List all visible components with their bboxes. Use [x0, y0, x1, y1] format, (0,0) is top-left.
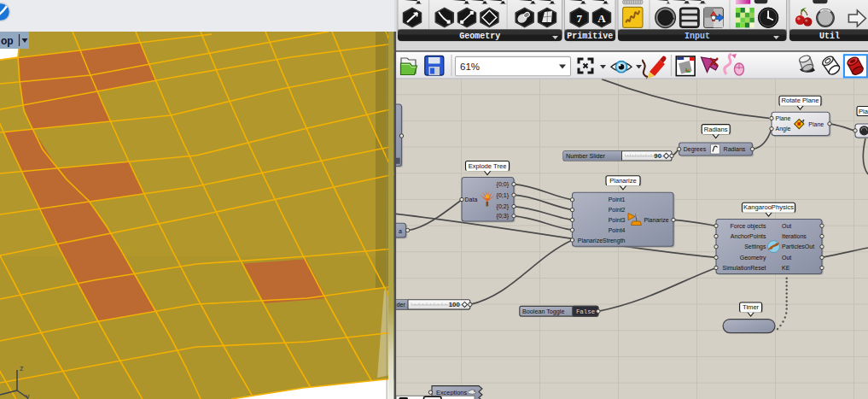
svg-text:op: op [1, 35, 14, 47]
svg-text:Exceptions: Exceptions [436, 389, 467, 396]
svg-text:90: 90 [654, 152, 661, 160]
svg-text:Angle: Angle [776, 126, 791, 132]
svg-text:a: a [399, 228, 402, 234]
svg-text:Planarize: Planarize [609, 177, 637, 185]
svg-text:Util: Util [819, 32, 840, 41]
svg-text:Settings: Settings [744, 244, 766, 250]
svg-text:Point1: Point1 [609, 197, 626, 202]
svg-text:Data: Data [465, 197, 478, 202]
svg-text:KE: KE [782, 265, 790, 271]
svg-text:Timer: Timer [743, 303, 760, 311]
svg-text:KangarooPhysics: KangarooPhysics [743, 203, 794, 211]
svg-text:Boolean Toggle: Boolean Toggle [522, 308, 564, 315]
svg-text:Planarize: Planarize [644, 217, 668, 223]
svg-text:{0;1}: {0;1} [497, 192, 510, 199]
svg-text:61%: 61% [460, 62, 480, 72]
svg-text:Primitive: Primitive [567, 32, 613, 41]
svg-text:Radians: Radians [704, 126, 728, 133]
svg-text:Out: Out [782, 223, 791, 229]
svg-text:Degrees: Degrees [684, 146, 707, 153]
svg-text:{0;3}: {0;3} [497, 213, 510, 220]
svg-text:False: False [576, 308, 595, 315]
svg-text:Rotate Plane: Rotate Plane [782, 97, 819, 104]
svg-text:Pla: Pla [859, 108, 868, 115]
svg-text:AnchorPoints: AnchorPoints [731, 233, 766, 239]
svg-text:y: y [26, 392, 30, 399]
svg-text:{0;0}: {0;0} [497, 181, 510, 188]
svg-text:A: A [597, 12, 606, 25]
svg-text:Point3: Point3 [609, 217, 626, 223]
svg-text:Point4: Point4 [609, 227, 626, 233]
svg-text:Iterations: Iterations [782, 233, 807, 239]
svg-text:Explode Tree: Explode Tree [469, 162, 507, 170]
svg-text:Number Slider: Number Slider [566, 152, 606, 160]
svg-text:Input: Input [684, 32, 710, 41]
svg-text:z: z [20, 364, 24, 373]
svg-text:Plane: Plane [776, 115, 791, 121]
svg-text:ParticlesOut: ParticlesOut [782, 244, 814, 249]
svg-text:SimulationReset: SimulationReset [723, 265, 766, 271]
svg-text:{0;2}: {0;2} [497, 203, 510, 210]
svg-text:der: der [397, 301, 406, 308]
svg-text:7: 7 [576, 12, 582, 25]
svg-text:PlanarizeStrength: PlanarizeStrength [578, 238, 626, 244]
svg-text:Out: Out [782, 255, 791, 261]
svg-text:Geometry: Geometry [459, 32, 500, 41]
svg-text:Geometry: Geometry [740, 255, 766, 261]
svg-text:Radians: Radians [724, 146, 746, 152]
svg-text:Plane: Plane [808, 121, 824, 127]
svg-text:Force objects: Force objects [730, 223, 766, 230]
svg-text:Point2: Point2 [609, 207, 626, 213]
svg-text:100: 100 [449, 301, 461, 308]
